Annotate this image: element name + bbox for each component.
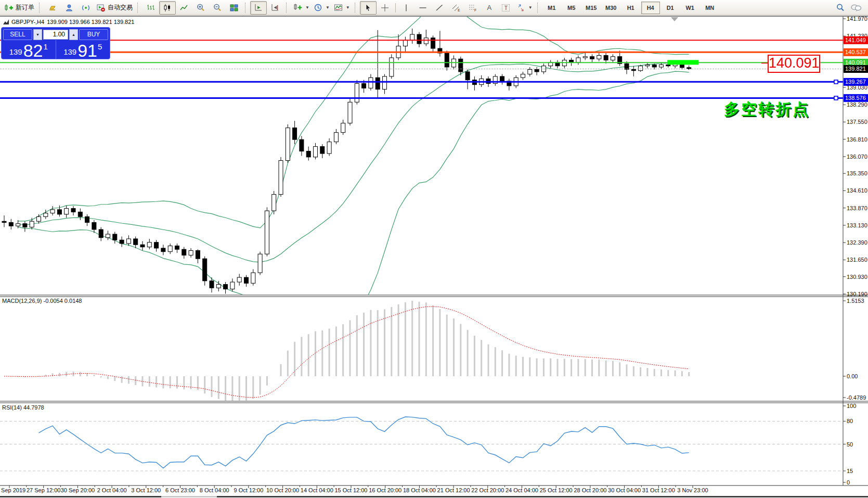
svg-text:2 Oct 04:00: 2 Oct 04:00: [97, 487, 127, 493]
svg-text:6 Oct 23:00: 6 Oct 23:00: [165, 487, 195, 493]
timeframe-M15[interactable]: M15: [582, 2, 601, 14]
volume-down-button[interactable]: ▼: [33, 29, 42, 40]
svg-text:3 Nov 23:00: 3 Nov 23:00: [677, 487, 708, 493]
volume-input[interactable]: 1.00: [43, 30, 68, 40]
svg-text:14 Oct 04:00: 14 Oct 04:00: [301, 487, 333, 493]
cursor-icon: [364, 3, 373, 12]
timeframe-H1[interactable]: H1: [621, 2, 640, 14]
auto-trading-icon: [96, 3, 106, 12]
indicators-dropdown[interactable]: ▼: [332, 1, 352, 15]
bar-chart-button[interactable]: [142, 1, 159, 15]
indicators-icon: [334, 3, 343, 12]
svg-text:130.930: 130.930: [847, 274, 867, 280]
svg-text:15: 15: [847, 468, 853, 474]
svg-text:0: 0: [847, 479, 850, 486]
svg-text:133.870: 133.870: [847, 205, 867, 211]
new-chart-dropdown[interactable]: ▼: [291, 1, 312, 15]
zoom-out-button[interactable]: [209, 1, 226, 15]
svg-text:8 Oct 04:00: 8 Oct 04:00: [200, 487, 229, 493]
svg-text:139.267: 139.267: [845, 79, 866, 85]
search-icon[interactable]: [836, 3, 845, 12]
new-order-button[interactable]: 新订单: [2, 1, 36, 15]
buy-button[interactable]: BUY: [79, 29, 108, 40]
svg-text:130.190: 130.190: [847, 291, 867, 297]
text-button[interactable]: A: [481, 1, 498, 15]
line-chart-button[interactable]: [176, 1, 192, 15]
svg-text:22 Oct 20:00: 22 Oct 20:00: [471, 487, 504, 493]
candlestick-chart-icon: [163, 3, 172, 12]
timeframe-MN[interactable]: MN: [701, 2, 719, 14]
svg-text:137.550: 137.550: [847, 119, 867, 125]
chart-window-icon: [3, 19, 9, 25]
turning-point-text: 多空转折点: [724, 99, 810, 120]
svg-text:1.5153: 1.5153: [847, 298, 864, 304]
volume-up-button[interactable]: ▲: [69, 29, 78, 40]
svg-text:E: E: [458, 8, 460, 12]
auto-trading-button[interactable]: 自动交易: [94, 1, 135, 15]
trendline-icon: [435, 3, 444, 12]
svg-text:28 Oct 20:00: 28 Oct 20:00: [574, 487, 606, 493]
svg-text:80: 80: [847, 418, 853, 424]
tile-windows-button[interactable]: [226, 1, 242, 15]
new-chart-icon: [293, 3, 303, 12]
svg-text:F: F: [474, 8, 476, 12]
vertical-line-button[interactable]: [398, 1, 414, 15]
candlestick-chart-button[interactable]: [159, 1, 176, 15]
svg-text:131.650: 131.650: [847, 257, 867, 263]
chart-canvas[interactable]: 141.970141.230139.030138.290137.550136.8…: [0, 0, 868, 498]
timeframe-H4[interactable]: H4: [641, 2, 660, 14]
chart-shift-button[interactable]: [267, 1, 283, 15]
editor-button[interactable]: [61, 1, 77, 15]
svg-text:10 Oct 20:00: 10 Oct 20:00: [266, 487, 299, 493]
svg-text:136.810: 136.810: [847, 136, 867, 143]
svg-text:15 Oct 12:00: 15 Oct 12:00: [335, 487, 368, 493]
svg-text:25 Oct 12:00: 25 Oct 12:00: [540, 487, 573, 493]
clock-icon: [314, 3, 323, 12]
price-callout-box[interactable]: 140.091: [768, 55, 820, 73]
timeframe-M30[interactable]: M30: [602, 2, 620, 14]
chat-icon[interactable]: [850, 3, 862, 12]
arrows-dropdown[interactable]: ▼: [514, 1, 535, 15]
svg-text:0.00: 0.00: [847, 373, 858, 379]
svg-text:136.070: 136.070: [847, 154, 867, 160]
svg-text:3 Oct 12:00: 3 Oct 12:00: [131, 487, 161, 493]
styler-button[interactable]: [44, 1, 61, 15]
trendline-button[interactable]: [431, 1, 448, 15]
auto-scroll-button[interactable]: [250, 1, 267, 15]
fibonacci-button[interactable]: F: [464, 1, 481, 15]
signals-button[interactable]: [77, 1, 94, 15]
horizontal-line-button[interactable]: [414, 1, 431, 15]
zoom-in-button[interactable]: [192, 1, 209, 15]
timeframe-D1[interactable]: D1: [661, 2, 680, 14]
sell-button[interactable]: SELL: [3, 29, 32, 40]
svg-text:135.350: 135.350: [847, 170, 867, 176]
svg-text:-0.4789: -0.4789: [847, 394, 866, 401]
timeframe-M5[interactable]: M5: [562, 2, 581, 14]
text-label-button[interactable]: T: [498, 1, 514, 15]
auto-scroll-icon: [254, 3, 263, 12]
equidistant-channel-icon: E: [451, 3, 461, 12]
svg-text:31 Oct 12:00: 31 Oct 12:00: [642, 487, 675, 493]
new-order-label: 新订单: [16, 3, 34, 12]
svg-text:21 Oct 12:00: 21 Oct 12:00: [437, 487, 470, 493]
svg-text:140.091: 140.091: [845, 59, 866, 66]
svg-text:24 Oct 04:00: 24 Oct 04:00: [506, 487, 538, 493]
svg-text:141.049: 141.049: [845, 37, 866, 43]
svg-text:16 Oct 20:00: 16 Oct 20:00: [369, 487, 401, 493]
timeframe-W1[interactable]: W1: [681, 2, 699, 14]
gold-bar-icon: [48, 3, 57, 12]
sell-price[interactable]: 139 82 1: [2, 40, 56, 59]
zoom-out-icon: [213, 3, 222, 12]
timeframe-M1[interactable]: M1: [542, 2, 561, 14]
svg-text:18 Oct 04:00: 18 Oct 04:00: [403, 487, 436, 493]
chart-symbol: GBPJPY-,H4: [11, 19, 44, 25]
highlight-segment: [667, 60, 698, 65]
equidistant-channel-button[interactable]: E: [448, 1, 464, 15]
toolbar: 新订单 自动交易: [0, 0, 868, 16]
cursor-button[interactable]: [360, 1, 377, 15]
svg-text:26 Sep 2019: 26 Sep 2019: [0, 487, 25, 493]
period-dropdown[interactable]: ▼: [312, 1, 332, 15]
svg-text:27 Sep 12:00: 27 Sep 12:00: [27, 487, 60, 493]
crosshair-button[interactable]: [377, 1, 393, 15]
buy-price[interactable]: 139 91 5: [56, 40, 110, 59]
